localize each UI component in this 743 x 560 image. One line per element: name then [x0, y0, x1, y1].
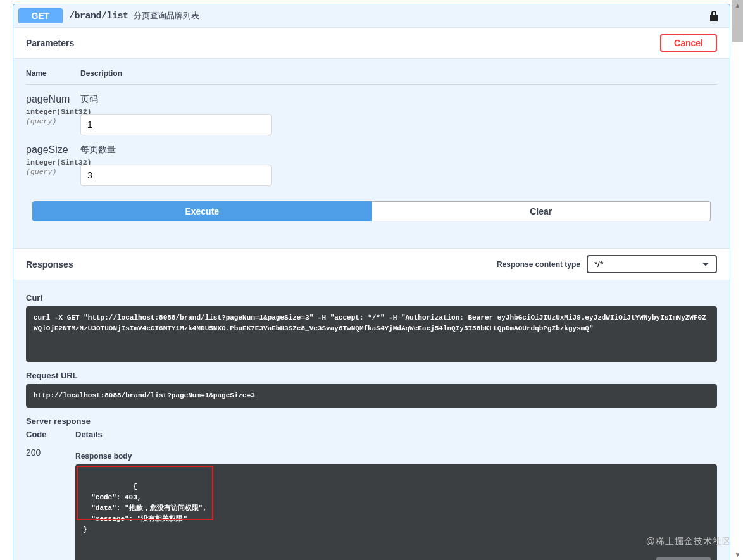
response-body-block[interactable]: { "code": 403, "data": "抱歉，您没有访问权限", "me…	[75, 464, 717, 561]
pagesize-input[interactable]	[80, 165, 272, 186]
responses-title: Responses	[26, 259, 73, 270]
responses-body: Curl curl -X GET "http://localhost:8088/…	[13, 280, 730, 560]
content-type-select[interactable]: */*	[587, 255, 717, 273]
chevron-down-icon	[702, 259, 709, 269]
param-in: (query)	[26, 166, 77, 176]
execute-button[interactable]: Execute	[32, 201, 372, 221]
response-body-text: { "code": 403, "data": "抱歉，您没有访问权限", "me…	[83, 483, 207, 533]
scroll-down-icon[interactable]: ▼	[732, 549, 743, 560]
responses-header-bar: Responses Response content type */*	[13, 248, 730, 280]
operation-description: 分页查询品牌列表	[134, 10, 199, 22]
param-name: pageNum	[26, 94, 77, 105]
curl-block[interactable]: curl -X GET "http://localhost:8088/brand…	[26, 306, 717, 362]
download-button[interactable]: Download	[656, 557, 711, 560]
param-description: 每页数量	[80, 144, 717, 156]
server-response-label: Server response	[26, 416, 717, 426]
operation-path: /brand/list	[69, 11, 128, 22]
curl-label: Curl	[26, 293, 717, 302]
cancel-button[interactable]: Cancel	[660, 34, 717, 52]
column-header-code: Code	[26, 430, 75, 439]
column-header-name: Name	[26, 69, 80, 78]
response-code: 200	[26, 447, 41, 457]
content-type-value: */*	[594, 259, 603, 269]
param-in: (query)	[26, 116, 77, 125]
param-type: integer($int32)	[26, 156, 77, 166]
pagenum-input[interactable]	[80, 114, 272, 135]
parameters-header-bar: Parameters Cancel	[13, 27, 730, 59]
lock-icon[interactable]	[709, 10, 718, 22]
column-header-description: Description	[80, 69, 717, 78]
request-url-block[interactable]: http://localhost:8088/brand/list?pageNum…	[26, 384, 717, 408]
http-method-badge: GET	[18, 8, 63, 23]
response-body-label: Response body	[75, 452, 717, 461]
param-description: 页码	[80, 94, 717, 105]
clear-button[interactable]: Clear	[372, 201, 711, 221]
parameter-row: pageNum integer($int32) (query) 页码	[26, 85, 717, 135]
scroll-up-icon[interactable]: ▲	[732, 0, 743, 11]
request-url-label: Request URL	[26, 371, 717, 380]
column-header-details: Details	[75, 430, 717, 439]
param-name: pageSize	[26, 144, 77, 156]
parameter-row: pageSize integer($int32) (query) 每页数量	[26, 135, 717, 186]
content-type-label: Response content type	[497, 260, 580, 269]
operation-block: GET /brand/list 分页查询品牌列表 Parameters Canc…	[13, 4, 730, 560]
param-type: integer($int32)	[26, 105, 77, 116]
operation-summary[interactable]: GET /brand/list 分页查询品牌列表	[13, 4, 730, 27]
parameters-title: Parameters	[26, 38, 74, 48]
parameters-body: Name Description pageNum integer($int32)…	[13, 59, 730, 237]
